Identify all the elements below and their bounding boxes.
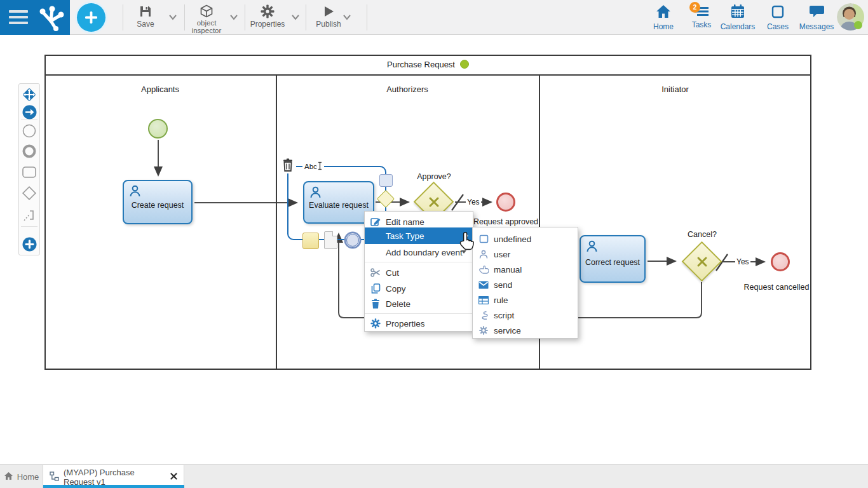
script-task-icon bbox=[478, 311, 489, 320]
rename-hint[interactable]: Abc bbox=[302, 161, 324, 172]
add-document-handle[interactable] bbox=[324, 231, 337, 249]
nav-cases[interactable]: Cases bbox=[763, 3, 793, 31]
active-tab-underline bbox=[43, 485, 184, 488]
submenu-item-manual[interactable]: manual bbox=[473, 262, 578, 277]
manual-task-icon bbox=[478, 265, 489, 274]
tasks-badge: 2 bbox=[689, 2, 700, 13]
submenu-item-label: user bbox=[494, 250, 510, 259]
submenu-item-label: script bbox=[494, 311, 514, 320]
save-label: Save bbox=[127, 20, 164, 28]
cut-icon bbox=[370, 268, 381, 278]
process-title-row: Purchase Request bbox=[44, 58, 811, 71]
lane-initiator[interactable]: Initiator bbox=[539, 85, 811, 94]
save-button[interactable]: Save bbox=[127, 0, 164, 35]
submenu-item-send[interactable]: send bbox=[473, 277, 578, 292]
palette-move-tool[interactable] bbox=[19, 86, 39, 103]
submenu-item-user[interactable]: user bbox=[473, 247, 578, 262]
menu-item-label: Edit name bbox=[386, 217, 424, 227]
nav-tasks[interactable]: 2 Tasks bbox=[686, 3, 717, 29]
delete-selection-button[interactable] bbox=[282, 158, 296, 173]
publish-dropdown-chevron-icon[interactable] bbox=[342, 13, 352, 22]
tab-purchase-request-label: (MYAPP) Purchase Request v1 bbox=[64, 468, 163, 487]
plus-icon bbox=[84, 10, 98, 25]
text-cursor-icon bbox=[318, 161, 322, 172]
rule-task-icon bbox=[478, 296, 489, 304]
menu-item-label: Add boundary event bbox=[386, 248, 463, 257]
submenu-item-service[interactable]: service bbox=[473, 323, 578, 338]
cancel-gateway-label: Cancel? bbox=[674, 230, 731, 239]
palette-task-tool[interactable] bbox=[19, 164, 39, 180]
tab-home[interactable]: Home bbox=[0, 465, 43, 488]
service-task-icon bbox=[478, 326, 489, 335]
user-task-icon bbox=[478, 250, 489, 259]
submenu-item-undefined[interactable]: undefined bbox=[473, 231, 578, 247]
palette-end-event-tool[interactable] bbox=[19, 143, 39, 159]
menu-item-label: Cut bbox=[386, 268, 399, 278]
submenu-item-label: send bbox=[494, 280, 512, 290]
palette-connector-tool[interactable] bbox=[19, 207, 39, 224]
nav-messages[interactable]: Messages bbox=[797, 3, 836, 31]
create-request-task[interactable]: Create request bbox=[123, 180, 193, 224]
nav-calendars-label: Calendars bbox=[721, 22, 756, 31]
submenu-item-rule[interactable]: rule bbox=[473, 292, 578, 308]
shape-palette bbox=[18, 83, 40, 255]
processmaker-logo-icon bbox=[37, 4, 65, 34]
process-title: Purchase Request bbox=[387, 60, 455, 69]
task-label: Correct request bbox=[585, 258, 640, 267]
add-end-event-handle[interactable] bbox=[345, 233, 360, 248]
hamburger-menu-button[interactable] bbox=[9, 10, 28, 25]
cancel-yes-label: Yes bbox=[735, 257, 750, 266]
submenu-item-label: rule bbox=[494, 295, 508, 305]
save-dropdown-chevron-icon[interactable] bbox=[168, 13, 178, 22]
close-tab-icon[interactable] bbox=[170, 472, 177, 482]
palette-start-event-tool[interactable] bbox=[19, 123, 39, 139]
properties-button[interactable]: Properties bbox=[249, 0, 286, 35]
palette-sequence-flow-tool[interactable] bbox=[19, 104, 39, 120]
tab-home-label: Home bbox=[17, 472, 39, 482]
menu-item-delete[interactable]: Delete bbox=[365, 296, 473, 311]
user-task-icon bbox=[128, 184, 142, 200]
object-inspector-button[interactable]: object inspector bbox=[188, 0, 225, 35]
user-task-icon bbox=[585, 240, 599, 255]
gear-icon bbox=[370, 318, 381, 329]
palette-gateway-tool[interactable] bbox=[19, 185, 39, 201]
process-status-dot bbox=[460, 60, 469, 69]
lane-authorizers[interactable]: Authorizers bbox=[276, 85, 539, 94]
add-new-button[interactable] bbox=[77, 3, 105, 32]
context-menu: Edit name Task Type Add boundary event C… bbox=[364, 211, 473, 332]
nav-cases-label: Cases bbox=[767, 22, 789, 31]
menu-item-label: Delete bbox=[386, 299, 410, 309]
menu-item-copy[interactable]: Copy bbox=[365, 281, 473, 296]
delete-icon bbox=[370, 299, 381, 309]
nav-home-label: Home bbox=[653, 22, 674, 31]
submenu-item-label: undefined bbox=[494, 234, 531, 244]
nav-home[interactable]: Home bbox=[648, 3, 679, 31]
cases-icon bbox=[763, 4, 793, 21]
menu-item-properties[interactable]: Properties bbox=[365, 316, 473, 331]
submenu-item-script[interactable]: script bbox=[473, 308, 578, 323]
menu-item-task-type[interactable]: Task Type bbox=[365, 227, 473, 244]
process-designer-app: Save object inspector Properties Publish bbox=[0, 0, 868, 488]
request-cancelled-end-event[interactable] bbox=[771, 252, 790, 271]
palette-add-tool[interactable] bbox=[19, 236, 39, 252]
properties-dropdown-chevron-icon[interactable] bbox=[290, 13, 301, 22]
send-task-icon bbox=[478, 281, 489, 289]
properties-label: Properties bbox=[249, 20, 286, 28]
menu-item-cut[interactable]: Cut bbox=[365, 265, 473, 280]
start-event[interactable] bbox=[148, 119, 168, 139]
process-tab-icon bbox=[50, 471, 59, 483]
add-task-handle[interactable] bbox=[379, 174, 393, 187]
online-status-dot bbox=[854, 21, 862, 29]
add-annotation-handle[interactable] bbox=[302, 233, 319, 249]
trash-icon bbox=[282, 158, 294, 172]
request-approved-label: Request approved bbox=[470, 217, 541, 226]
home-icon bbox=[648, 4, 679, 21]
correct-request-task[interactable]: Correct request bbox=[580, 235, 646, 283]
home-icon bbox=[4, 471, 13, 482]
lane-applicants[interactable]: Applicants bbox=[44, 85, 276, 94]
object-inspector-dropdown-chevron-icon[interactable] bbox=[229, 13, 239, 22]
menu-item-add-boundary-event[interactable]: Add boundary event bbox=[365, 244, 473, 261]
submenu-item-label: manual bbox=[494, 265, 522, 274]
nav-calendars[interactable]: Calendars bbox=[720, 3, 756, 31]
request-approved-end-event[interactable] bbox=[496, 193, 515, 212]
